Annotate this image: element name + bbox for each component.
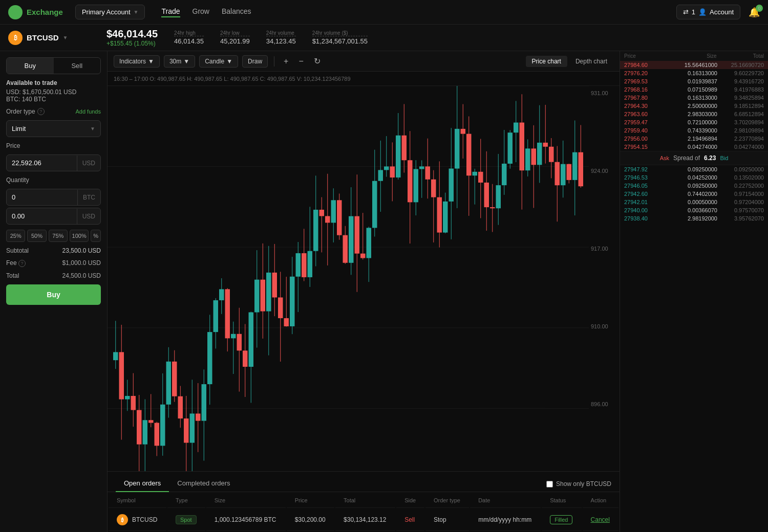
ask-row[interactable]: 27954.15 0.04274000 0.04274000: [620, 143, 768, 151]
bid-row[interactable]: 27940.00 0.00366070 0.97570070: [620, 206, 768, 214]
ask-total: 3.70209894: [717, 119, 764, 125]
show-only-checkbox[interactable]: [546, 481, 553, 487]
zoom-out-icon[interactable]: −: [295, 55, 306, 68]
toolbar-separator: [274, 56, 274, 66]
buy-button[interactable]: Buy: [6, 284, 101, 305]
ask-size: 2.98303000: [671, 111, 717, 117]
buy-tab[interactable]: Buy: [7, 58, 54, 74]
bid-price: 27940.00: [624, 207, 671, 213]
bid-row[interactable]: 27946.05 0.09250000 0.22752000: [620, 182, 768, 190]
zoom-in-icon[interactable]: +: [281, 55, 291, 68]
account-selector[interactable]: Primary Account ▼: [75, 5, 145, 19]
pct-25-button[interactable]: 25%: [6, 230, 25, 242]
candle-button[interactable]: Candle ▼: [199, 55, 238, 68]
completed-orders-tab[interactable]: Completed orders: [169, 475, 238, 492]
pct-75-button[interactable]: 75%: [49, 230, 68, 242]
ohlcv-text: 16:30 – 17:00 O: 490,987.65 H: 490,987.6…: [114, 76, 351, 82]
ask-size: 15.56461000: [671, 62, 717, 68]
btc-icon: ₿: [8, 31, 23, 45]
show-only-filter[interactable]: Show only BTCUSD: [546, 480, 611, 487]
bid-row[interactable]: 27938.40 2.98192000 3.95762070: [620, 214, 768, 223]
ask-total: 9.60229720: [717, 70, 764, 76]
total-value: 24,500.0 USD: [62, 272, 101, 279]
total-row: Total 24,500.0 USD: [6, 272, 101, 279]
fee-info-icon[interactable]: ?: [18, 260, 26, 267]
ask-price: 27954.15: [624, 144, 671, 150]
pct-100-button[interactable]: 100%: [70, 230, 89, 242]
bid-row[interactable]: 27942.60 0.74402000 0.97154000: [620, 190, 768, 198]
ask-row[interactable]: 27964.30 2.50000000 9.18512894: [620, 102, 768, 110]
order-size: 1,000.123456789 BTC: [206, 509, 286, 531]
indicators-button[interactable]: Indicators ▼: [114, 55, 160, 68]
subtotal-label: Subtotal: [6, 247, 29, 254]
col-status: Status: [542, 493, 581, 508]
ask-price: 27963.60: [624, 111, 671, 117]
symbol-selector[interactable]: ₿ BTCUSD ▼: [8, 31, 90, 45]
bid-price: 27947.92: [624, 166, 671, 172]
ask-row[interactable]: 27963.60 2.98303000 6.68512894: [620, 110, 768, 118]
ask-row[interactable]: 27967.80 0.16313000 9.34825894: [620, 94, 768, 102]
candlestick-chart[interactable]: 931.00 924.00 917.00 910.00 896.00 889.0…: [108, 86, 620, 489]
quantity-usd-input[interactable]: [7, 208, 77, 224]
depth-chart-tab[interactable]: Depth chart: [569, 56, 613, 67]
bid-row[interactable]: 27946.53 0.04252000 0.13502000: [620, 173, 768, 182]
pct-symbol-button[interactable]: %: [91, 230, 101, 242]
ask-row[interactable]: 27959.40 0.74339000 2.98109894: [620, 126, 768, 135]
sell-tab[interactable]: Sell: [54, 58, 101, 74]
pct-50-button[interactable]: 50%: [27, 230, 46, 242]
buy-sell-tabs: Buy Sell: [6, 57, 101, 74]
order-type-value: Limit: [12, 125, 26, 132]
y-label-2: 924.00: [591, 168, 617, 174]
notification-button[interactable]: 🔔 0: [749, 7, 760, 18]
y-label-4: 910.00: [591, 323, 617, 329]
quantity-btc-input[interactable]: [7, 189, 77, 205]
order-action[interactable]: Cancel: [583, 509, 618, 531]
bid-size: 0.00050000: [671, 199, 717, 205]
order-type-info-icon[interactable]: ?: [37, 108, 45, 115]
ask-row[interactable]: 27959.47 0.72100000 3.70209894: [620, 118, 768, 126]
transfer-button[interactable]: ⇄ 1 👤 Account: [676, 5, 740, 19]
ask-row[interactable]: 27969.53 0.01939837 9.43916720: [620, 77, 768, 85]
ask-size: 0.72100000: [671, 119, 717, 125]
nav-balances[interactable]: Balances: [222, 7, 251, 17]
ask-total: 6.68512894: [717, 111, 764, 117]
draw-button[interactable]: Draw: [242, 55, 268, 68]
subtotal-value: 23,500.0 USD: [62, 247, 101, 254]
timeframe-button[interactable]: 30m ▼: [164, 55, 195, 68]
symbol-chevron-icon: ▼: [63, 35, 68, 40]
order-type-select[interactable]: Limit ▼: [6, 120, 101, 137]
nav-grow[interactable]: Grow: [193, 7, 209, 17]
price-input[interactable]: [7, 155, 77, 171]
bid-total: 0.97154000: [717, 191, 764, 197]
bid-row[interactable]: 27942.01 0.00050000 0.97204000: [620, 198, 768, 206]
orders-table: Symbol Type Size Price Total Side Order …: [108, 492, 620, 532]
y-label-3: 917.00: [591, 246, 617, 252]
open-orders-tab[interactable]: Open orders: [116, 475, 169, 492]
quantity-inputs: BTC USD: [6, 189, 101, 225]
ask-price: 27967.80: [624, 95, 671, 101]
ask-size: 0.16313000: [671, 70, 717, 76]
filled-badge: Filled: [550, 515, 572, 524]
refresh-icon[interactable]: ↻: [311, 54, 324, 68]
bid-size: 0.09250000: [671, 183, 717, 189]
ask-row[interactable]: 27968.16 0.07150989 9.41976883: [620, 85, 768, 94]
nav-trade[interactable]: Trade: [161, 7, 180, 17]
account-btn-label: Account: [710, 8, 734, 16]
add-funds-link[interactable]: Add funds: [75, 108, 101, 115]
price-chart-tab[interactable]: Price chart: [526, 56, 567, 67]
bid-total: 0.13502000: [717, 174, 764, 181]
chart-area: Indicators ▼ 30m ▼ Candle ▼ Draw + − ↻ P…: [108, 51, 620, 532]
main-layout: Buy Sell Available to trade USD: $1,670,…: [0, 51, 768, 532]
available-title: Available to trade: [6, 79, 101, 86]
logo[interactable]: ⇄ Exchange: [8, 5, 63, 19]
ask-size: 0.16313000: [671, 95, 717, 101]
order-symbol-name: BTCUSD: [132, 516, 157, 523]
header-right: ⇄ 1 👤 Account 🔔 0: [676, 5, 760, 19]
order-date: mm/dd/yyyy hh:mm: [470, 509, 541, 531]
ask-row[interactable]: 27984.60 15.56461000 25.16690720: [620, 61, 768, 69]
ask-row[interactable]: 27976.20 0.16313000 9.60229720: [620, 69, 768, 77]
bid-row[interactable]: 27947.92 0.09250000 0.09250000: [620, 165, 768, 173]
stat-24hr-high: 24hr high 46,014.35: [174, 30, 204, 45]
cancel-link[interactable]: Cancel: [591, 516, 610, 523]
ask-row[interactable]: 27956.00 2.19496894 2.23770894: [620, 135, 768, 143]
